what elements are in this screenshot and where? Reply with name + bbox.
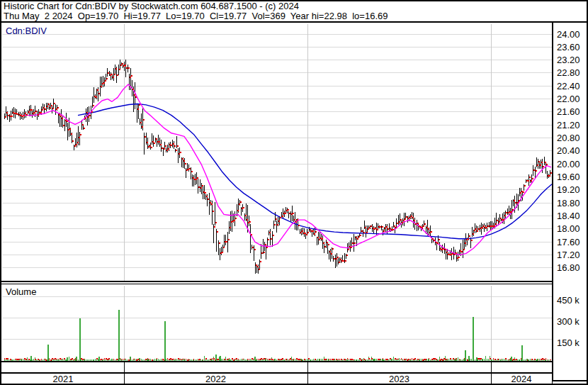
price-tick-label: 16.80 <box>557 262 580 273</box>
volume-pane-label: Volume <box>6 286 36 297</box>
price-tick-label: 20.00 <box>557 159 580 169</box>
header-divider <box>0 21 588 23</box>
price-tick-label: 23.60 <box>557 42 580 52</box>
price-tick-label: 22.80 <box>557 67 580 78</box>
chart-canvas <box>0 0 588 385</box>
symbol-label: Cdn:BDIV <box>6 26 47 36</box>
scale-column-bottom <box>552 380 588 381</box>
price-tick-label: 19.20 <box>557 184 580 195</box>
year-label-2021: 2021 <box>2 374 124 384</box>
volume-tick-label: 450 k <box>557 295 579 306</box>
price-tick-label: 22.00 <box>557 94 580 104</box>
pane-divider-top <box>0 281 553 282</box>
volume-tick-label: 150 k <box>557 337 579 348</box>
year-row-divider <box>552 362 553 384</box>
price-tick-label: 19.60 <box>557 172 580 182</box>
price-tick-label: 22.40 <box>557 81 580 91</box>
year-label-2024: 2024 <box>491 374 552 384</box>
stockwatch-historic-chart: Historic Chart for Cdn:BDIV by Stockwatc… <box>0 0 588 385</box>
price-tick-label: 18.00 <box>557 223 580 234</box>
chart-title: Historic Chart for Cdn:BDIV by Stockwatc… <box>4 1 299 11</box>
scale-divider <box>552 21 553 381</box>
price-tick-label: 18.80 <box>557 198 580 208</box>
volume-pane-bottom <box>0 361 553 362</box>
quote-line: Thu May 2 2024 Op=19.70 Hi=19.77 Lo=19.7… <box>4 11 388 21</box>
price-tick-label: 17.20 <box>557 250 580 260</box>
price-tick-label: 24.00 <box>557 29 580 40</box>
price-tick-label: 23.20 <box>557 55 580 65</box>
price-tick-label: 18.40 <box>557 211 580 221</box>
year-label-2023: 2023 <box>307 374 491 384</box>
year-label-2022: 2022 <box>124 374 307 384</box>
price-tick-label: 20.40 <box>557 145 580 156</box>
pane-divider-bottom <box>0 284 553 284</box>
price-tick-label: 21.60 <box>557 106 580 117</box>
price-tick-label: 17.60 <box>557 237 580 247</box>
price-tick-label: 21.20 <box>557 120 580 130</box>
volume-tick-label: 300 k <box>557 316 579 327</box>
price-tick-label: 20.80 <box>557 133 580 143</box>
